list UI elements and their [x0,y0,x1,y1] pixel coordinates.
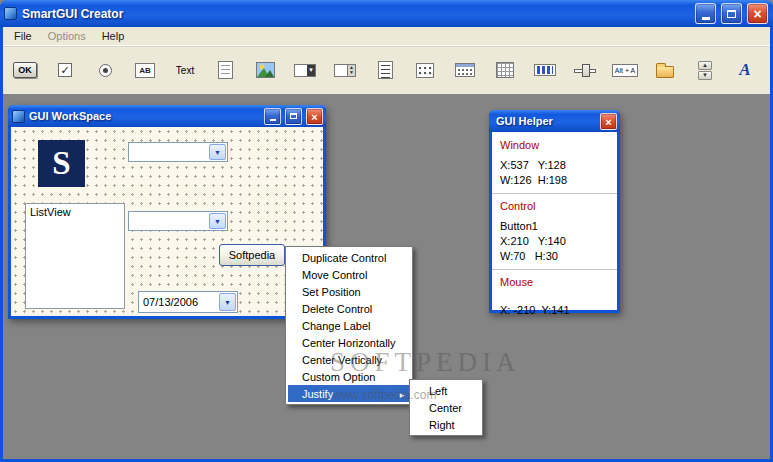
combobox-dropdown-button[interactable] [209,144,226,160]
window-title: SmartGUI Creator [22,7,690,21]
menu-help[interactable]: Help [94,28,133,44]
maximize-icon [727,10,736,18]
toolbar-button-radio[interactable] [85,49,125,91]
calendar-icon [496,62,514,78]
toolbar-button-progressbar[interactable] [525,49,565,91]
combobox-control-1[interactable] [128,142,228,162]
combobox-dropdown-button[interactable] [209,213,226,229]
hotkey-icon: Alt + A [612,64,638,77]
helper-control-name: Button1 [500,220,609,232]
spin-edit-icon: ▲▼ [334,64,356,77]
justify-submenu: Left Center Right [409,379,483,436]
menu-item-set-position[interactable]: Set Position [288,283,410,300]
toolbar-button-updown[interactable]: ▲▼ [685,49,725,91]
spacer [500,296,609,304]
softpedia-logo-image[interactable]: S [38,140,85,187]
workspace-maximize-button[interactable] [285,108,302,125]
toolbar-button-listbox[interactable] [365,49,405,91]
toolbar-button-slider[interactable] [565,49,605,91]
toolbar-button-listview[interactable] [405,49,445,91]
submenu-item-right[interactable]: Right [412,416,480,433]
toolbar-button-font[interactable]: A [725,49,765,91]
mdi-client-area: GUI WorkSpace S ListView [3,94,770,459]
toolbar-button-image[interactable] [245,49,285,91]
workspace-minimize-button[interactable] [264,108,281,125]
maximize-icon [290,113,297,119]
toolbar-button-folder[interactable] [645,49,685,91]
submenu-arrow-icon [398,388,406,400]
helper-close-button[interactable] [600,113,617,130]
workspace-canvas[interactable]: S ListView Softpedia [11,127,323,316]
workspace-titlebar[interactable]: GUI WorkSpace [8,105,326,127]
combobox-value [129,143,208,161]
helper-control-size: W:70 H:30 [500,250,609,262]
text-label-icon: Text [176,65,194,76]
menu-file[interactable]: File [6,28,40,44]
menu-item-change-label[interactable]: Change Label [288,317,410,334]
combobox-control-2[interactable] [128,211,228,231]
helper-window-header: Window [500,139,609,151]
submenu-item-left[interactable]: Left [412,382,480,399]
listview-icon [416,63,434,78]
image-icon [256,62,275,78]
minimize-icon [702,17,710,20]
toolbar-button-combobox[interactable]: ▼ [285,49,325,91]
toolbar-button-editbox[interactable]: AB [125,49,165,91]
menu-item-center-vertically[interactable]: Center Vertically [288,351,410,368]
toolbar-button-text[interactable]: Text [165,49,205,91]
menu-item-delete-control[interactable]: Delete Control [288,300,410,317]
close-icon [605,112,611,130]
toolbar-button-datepicker[interactable] [445,49,485,91]
menu-item-duplicate-control[interactable]: Duplicate Control [288,249,410,266]
menu-item-label: Justify [302,388,333,400]
maximize-button[interactable] [721,3,742,24]
button-label: Softpedia [229,249,275,261]
helper-window-position: X:537 Y:128 [500,159,609,171]
workspace-title: GUI WorkSpace [29,110,260,122]
menu-options[interactable]: Options [40,28,94,44]
helper-titlebar[interactable]: GUI Helper [489,110,620,132]
radio-button-icon [99,64,112,77]
combobox-icon: ▼ [294,64,316,77]
helper-control-position: X:210 Y:140 [500,235,609,247]
menu-item-move-control[interactable]: Move Control [288,266,410,283]
toolbar-button-ok[interactable]: OK [5,49,45,91]
minimize-button[interactable] [695,3,716,24]
toolbar-button-calendar[interactable] [485,49,525,91]
datepicker-control[interactable]: 07/13/2006 [138,291,238,313]
folder-icon [656,66,674,78]
updown-icon: ▲▼ [698,61,712,80]
combobox-value [129,212,208,230]
toolbar-button-spinedit[interactable]: ▲▼ [325,49,365,91]
close-button[interactable] [747,3,768,24]
workspace-close-button[interactable] [306,108,323,125]
context-menu: Duplicate Control Move Control Set Posit… [285,246,413,405]
progressbar-icon [534,64,556,76]
checkbox-icon [58,63,72,77]
datepicker-value: 07/13/2006 [139,292,218,312]
slider-icon [574,63,596,77]
helper-mouse-header: Mouse [500,276,609,288]
menubar: File Options Help [3,27,770,45]
listview-control[interactable]: ListView [25,203,125,309]
minimize-icon [270,119,276,121]
listbox-icon [378,61,393,79]
menu-item-center-horizontally[interactable]: Center Horizontally [288,334,410,351]
helper-title: GUI Helper [493,115,596,127]
menu-item-justify[interactable]: Justify [288,385,410,402]
helper-mouse-position: X: -210 Y:141 [500,304,609,316]
menu-item-custom-option[interactable]: Custom Option [288,368,410,385]
workspace-window: GUI WorkSpace S ListView [8,105,326,319]
helper-panel: Window X:537 Y:128 W:126 H:198 Control B… [492,132,617,310]
app-icon [4,7,17,20]
toolbar-button-checkbox[interactable] [45,49,85,91]
close-icon [311,107,317,125]
softpedia-button-control[interactable]: Softpedia [219,244,285,266]
toolbar-button-memo[interactable] [205,49,245,91]
main-titlebar[interactable]: SmartGUI Creator [0,0,773,27]
datepicker-dropdown-button[interactable] [219,293,236,311]
submenu-item-center[interactable]: Center [412,399,480,416]
toolbar-button-hotkey[interactable]: Alt + A [605,49,645,91]
close-icon [753,5,761,23]
screen: SmartGUI Creator File Options Help OK AB… [0,0,773,462]
